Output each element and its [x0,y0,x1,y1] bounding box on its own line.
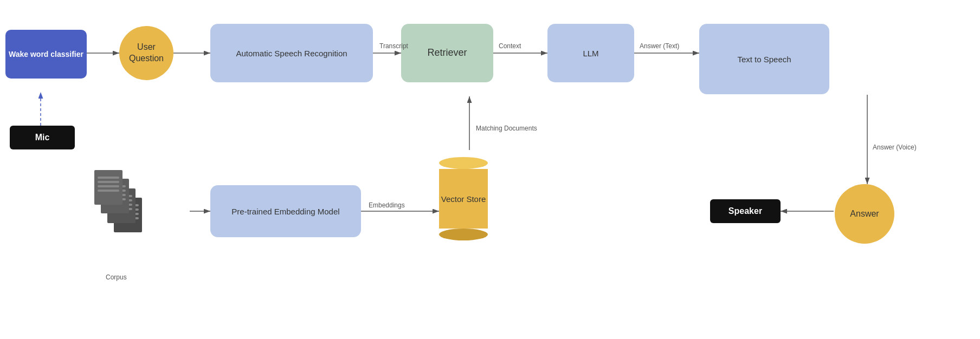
vector-store-cylinder: Vector Store [439,157,488,240]
answer-voice-label: Answer (Voice) [873,144,917,151]
matching-docs-label: Matching Documents [476,125,537,132]
user-question-circle: User Question [119,26,173,80]
diagram: Wake word classifier Mic User Question A… [0,0,980,339]
cylinder-bottom [439,229,488,240]
context-label: Context [499,42,521,50]
transcript-label: Transcript [379,42,408,50]
answer-circle: Answer [835,184,894,244]
asr-box: Automatic Speech Recognition [210,24,373,82]
answer-text-label: Answer (Text) [640,42,679,50]
llm-box: LLM [547,24,634,82]
wake-word-classifier-box: Wake word classifier [5,30,87,79]
speaker-box: Speaker [710,199,781,223]
corpus-label: Corpus [106,273,127,281]
mic-box: Mic [10,126,75,149]
corpus-docs [92,168,184,265]
embeddings-label: Embeddings [369,201,405,209]
pretrained-box: Pre-trained Embedding Model [210,185,361,237]
retriever-box: Retriever [401,24,493,82]
tts-box: Text to Speech [699,24,829,94]
cylinder-top [439,157,488,169]
cylinder-body: Vector Store [439,169,488,229]
